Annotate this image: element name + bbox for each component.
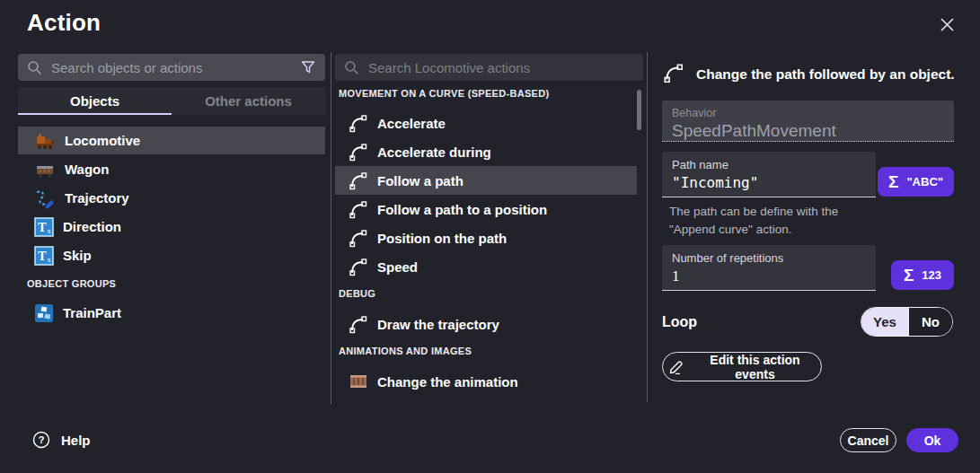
animation-icon [348, 372, 369, 390]
close-icon[interactable] [938, 15, 957, 34]
scrollbar-thumb[interactable] [637, 90, 641, 130]
path-hint-text: The path can be define with the "Append … [669, 203, 871, 239]
num-button-label: 123 [922, 268, 941, 282]
behavior-field-label: Behavior [672, 107, 944, 119]
action-label: Speed [377, 259, 418, 275]
loop-no-option[interactable]: No [908, 308, 952, 336]
object-row-wagon[interactable]: Wagon [18, 155, 325, 183]
object-row-trajectory[interactable]: Trajectory [18, 184, 325, 212]
path-curve-icon [348, 112, 369, 134]
edit-action-events-button[interactable]: Edit this action events [662, 352, 822, 381]
object-tabs: Objects Other actions [18, 87, 325, 115]
repetitions-field: Number of repetitions [662, 245, 876, 291]
ok-button[interactable]: Ok [906, 428, 958, 452]
object-row-locomotive[interactable]: Locomotive [18, 127, 325, 154]
tab-other-actions[interactable]: Other actions [172, 87, 325, 115]
action-label: Accelerate during [377, 145, 491, 160]
action-label: Change the animation [377, 374, 518, 390]
action-row-accelerate-during[interactable]: Accelerate during [335, 137, 637, 166]
cancel-button-label: Cancel [848, 434, 889, 448]
svg-text:T: T [38, 221, 47, 234]
objects-search-bar [18, 54, 325, 81]
object-label: Wagon [65, 162, 109, 177]
expression-builder-123-button[interactable]: Σ 123 [891, 260, 954, 290]
path-name-field: Path name [662, 152, 876, 197]
loop-yes-option[interactable]: Yes [861, 308, 908, 336]
loop-toggle: Yes No [861, 307, 953, 337]
path-curve-icon [348, 198, 369, 220]
locomotive-icon [34, 131, 56, 151]
behavior-field-value: SpeedPathMovement [672, 121, 944, 141]
action-description: Change the path followed by an object. [696, 66, 957, 83]
panel-divider [647, 52, 648, 402]
trajectory-icon [34, 188, 56, 209]
action-row-draw-trajectory[interactable]: Draw the trajectory [335, 310, 637, 338]
action-row-change-animation[interactable]: Change the animation [335, 367, 637, 396]
panel-divider [331, 52, 331, 404]
object-row-direction[interactable]: T x Direction [18, 213, 325, 241]
object-row-trainpart[interactable]: TrainPart [18, 299, 325, 327]
section-header-animations: ANIMATIONS AND IMAGES [339, 346, 472, 356]
object-label: Locomotive [65, 133, 140, 148]
path-curve-icon [348, 256, 369, 277]
group-label: TrainPart [63, 305, 121, 320]
section-header-movement: MOVEMENT ON A CURVE (SPEED-BASED) [339, 88, 549, 99]
tab-objects[interactable]: Objects [18, 87, 172, 115]
object-label: Skip [63, 248, 92, 263]
section-header-debug: DEBUG [339, 288, 375, 299]
action-label: Follow a path [377, 173, 464, 188]
svg-text:?: ? [39, 434, 45, 445]
repetitions-field-label: Number of repetitions [672, 251, 866, 265]
actions-search-input[interactable] [366, 59, 634, 76]
repetitions-input[interactable] [672, 267, 866, 285]
path-name-field-label: Path name [672, 158, 866, 171]
objects-search-input[interactable] [49, 59, 293, 76]
loop-label: Loop [662, 314, 697, 330]
text-object-icon: T x [34, 217, 54, 237]
sigma-icon: Σ [904, 266, 914, 285]
loop-no-label: No [922, 314, 940, 329]
tab-other-actions-label: Other actions [205, 93, 292, 109]
action-label: Draw the trajectory [377, 317, 499, 332]
filter-icon[interactable] [300, 59, 316, 75]
action-dialog: Action Objects Other actions Locomot [0, 0, 980, 473]
path-curve-icon [662, 61, 685, 84]
search-icon [27, 60, 42, 75]
path-name-input[interactable] [672, 174, 866, 191]
svg-text:T: T [38, 250, 47, 263]
action-label: Accelerate [377, 116, 446, 131]
ok-button-label: Ok [924, 434, 941, 448]
action-row-follow-a-path[interactable]: Follow a path [335, 166, 637, 195]
path-curve-icon [348, 313, 369, 335]
actions-search-bar [335, 54, 643, 81]
path-curve-icon [348, 227, 369, 249]
wagon-icon [34, 160, 56, 180]
tab-objects-label: Objects [70, 93, 119, 109]
behavior-field: Behavior SpeedPathMovement [662, 101, 954, 142]
path-curve-icon [348, 170, 369, 191]
action-row-speed[interactable]: Speed [335, 252, 637, 281]
cancel-button[interactable]: Cancel [840, 428, 896, 452]
search-icon [344, 60, 359, 75]
abc-button-label: "ABC" [906, 175, 943, 188]
loop-yes-label: Yes [873, 314, 896, 329]
action-label: Follow a path to a position [377, 202, 547, 217]
action-row-follow-a-path-to-position[interactable]: Follow a path to a position [335, 195, 637, 223]
text-object-icon: T x [34, 246, 54, 266]
object-group-icon [34, 303, 54, 323]
edit-action-events-label: Edit this action events [694, 353, 816, 381]
action-row-accelerate[interactable]: Accelerate [335, 109, 637, 137]
help-icon: ? [32, 431, 50, 449]
expression-builder-abc-button[interactable]: Σ "ABC" [878, 167, 954, 197]
object-groups-header: OBJECT GROUPS [27, 278, 116, 289]
object-label: Trajectory [65, 190, 129, 206]
help-button[interactable]: ? Help [32, 431, 91, 449]
action-row-position-on-path[interactable]: Position on the path [335, 223, 637, 252]
object-row-skip[interactable]: T x Skip [18, 241, 325, 269]
sigma-icon: Σ [888, 172, 898, 192]
path-curve-icon [348, 141, 369, 162]
help-label: Help [61, 433, 91, 448]
action-label: Position on the path [377, 231, 507, 246]
page-title: Action [27, 9, 101, 37]
object-label: Direction [63, 219, 121, 234]
